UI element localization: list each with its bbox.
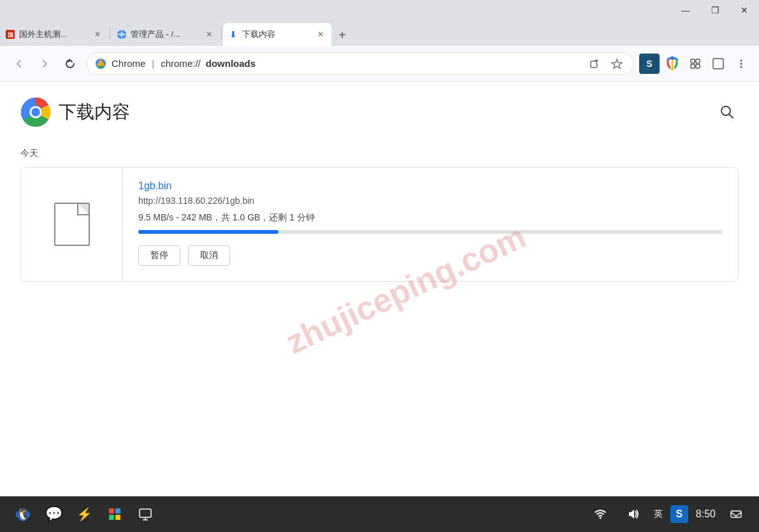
section-today-label: 今天: [20, 148, 739, 159]
search-button[interactable]: [716, 101, 739, 124]
wechat-icon: 💬: [45, 506, 62, 522]
screen-taskbar-icon[interactable]: [133, 501, 158, 527]
tab-divider: [110, 27, 110, 40]
close-button[interactable]: ✕: [730, 0, 759, 20]
svg-rect-28: [115, 508, 120, 514]
tab-bar: 国 国外主机测... ✕ 管理产品 - /... ✕ ⬇ 下载内容 ✕ +: [0, 20, 759, 46]
tab-guowai[interactable]: 国 国外主机测... ✕: [0, 23, 108, 46]
menu-icon: [735, 58, 747, 69]
svg-rect-30: [115, 515, 120, 520]
title-bar: — ❐ ✕: [0, 0, 759, 20]
wifi-icon: [593, 507, 607, 521]
share-icon: [589, 59, 599, 69]
notification-button[interactable]: [723, 501, 749, 527]
sougou-icon: S: [676, 508, 683, 520]
language-indicator[interactable]: 英: [654, 508, 663, 520]
menu-button[interactable]: [731, 54, 751, 74]
monitor-icon: [138, 507, 152, 521]
progress-bar-container: [138, 230, 723, 234]
svg-rect-8: [691, 59, 695, 63]
extensions-button[interactable]: [685, 54, 705, 74]
shield-button[interactable]: [662, 54, 683, 74]
tab-label-3: 下载内容: [242, 29, 311, 40]
maximize-button[interactable]: ❐: [700, 0, 730, 20]
address-favicon: [95, 58, 106, 69]
apps-icon: [108, 507, 122, 521]
tab-favicon-2: [117, 29, 127, 40]
star-icon: [611, 58, 623, 69]
new-tab-button[interactable]: +: [331, 24, 353, 46]
svg-point-20: [31, 108, 40, 116]
share-button[interactable]: [585, 55, 603, 73]
toolbar-icons: S: [639, 54, 751, 74]
svg-text:🐧: 🐧: [16, 507, 31, 521]
tab-favicon-3: ⬇: [228, 29, 238, 40]
taskbar: 🐧 💬 ⚡: [0, 496, 759, 532]
taskbar-time: 8:50: [696, 508, 716, 520]
title-bar-controls: — ❐ ✕: [671, 0, 759, 20]
refresh-icon: [65, 59, 75, 69]
qq-icon: 🐧: [14, 505, 32, 523]
bookmark-button[interactable]: [608, 55, 626, 73]
pause-button[interactable]: 暂停: [138, 245, 180, 266]
volume-taskbar-icon[interactable]: [621, 501, 646, 527]
back-button[interactable]: [8, 52, 31, 75]
svg-point-13: [741, 59, 742, 61]
page-header: 下载内容: [20, 97, 739, 127]
cancel-button[interactable]: 取消: [188, 245, 230, 266]
minimize-button[interactable]: —: [671, 0, 700, 20]
address-separator: |: [152, 58, 154, 69]
chrome-logo: [20, 97, 51, 127]
search-icon: [720, 105, 734, 119]
svg-text:国: 国: [8, 32, 13, 38]
wechat-taskbar-icon[interactable]: 💬: [41, 501, 66, 527]
taskbar-left: 🐧 💬 ⚡: [10, 501, 158, 527]
wifi-taskbar-icon[interactable]: [588, 501, 613, 527]
svg-rect-9: [696, 59, 700, 63]
svg-rect-10: [691, 64, 695, 68]
bluetooth-icon: ⚡: [76, 507, 92, 522]
download-actions: 暂停 取消: [138, 245, 723, 266]
download-filename[interactable]: 1gb.bin: [138, 180, 723, 192]
download-card-right: 1gb.bin http://193.118.60.226/1gb.bin 9.…: [123, 168, 738, 281]
svg-point-15: [741, 66, 742, 68]
svg-rect-29: [109, 515, 114, 520]
nav-bar: Chrome | chrome://downloads S: [0, 46, 759, 82]
shield-icon: [665, 56, 680, 71]
tab-label-2: 管理产品 - /...: [131, 29, 199, 40]
puzzle-icon: [690, 58, 701, 69]
tab-favicon-1: 国: [5, 29, 15, 40]
svg-rect-27: [109, 508, 114, 514]
address-url-bold: downloads: [206, 58, 256, 69]
tab-close-2[interactable]: ✕: [203, 29, 215, 40]
page-content: zhujiceping.com 下载内容 今天: [0, 82, 759, 496]
apps-taskbar-icon[interactable]: [102, 501, 127, 527]
page-title: 下载内容: [59, 100, 130, 124]
address-bar[interactable]: Chrome | chrome://downloads: [87, 52, 634, 75]
file-icon: [54, 203, 90, 246]
svg-rect-11: [696, 64, 700, 68]
bluetooth-taskbar-icon[interactable]: ⚡: [71, 501, 97, 527]
tab-manage[interactable]: 管理产品 - /... ✕: [112, 23, 220, 46]
download-status: 9.5 MB/s - 242 MB，共 1.0 GB，还剩 1 分钟: [138, 212, 723, 224]
speedial-button[interactable]: S: [639, 54, 660, 74]
svg-point-34: [599, 517, 601, 519]
forward-button[interactable]: [33, 52, 56, 75]
qq-taskbar-icon[interactable]: 🐧: [10, 501, 36, 527]
address-chrome-label: Chrome: [112, 58, 145, 69]
tab-divider-2: [221, 27, 222, 40]
svg-line-22: [730, 115, 734, 119]
notification-icon: [730, 508, 742, 521]
svg-rect-12: [713, 59, 723, 69]
tab-close-3[interactable]: ✕: [315, 29, 326, 40]
tab-close-1[interactable]: ✕: [92, 29, 103, 40]
tab-downloads[interactable]: ⬇ 下载内容 ✕: [223, 23, 331, 46]
svg-rect-31: [140, 509, 151, 517]
address-url-prefix: chrome://: [161, 58, 201, 69]
volume-icon: [626, 507, 640, 521]
refresh-button[interactable]: [59, 52, 82, 75]
profile-button[interactable]: [708, 54, 728, 74]
tab-label-1: 国外主机测...: [19, 29, 88, 40]
sougou-taskbar-icon[interactable]: S: [670, 505, 688, 523]
download-url: http://193.118.60.226/1gb.bin: [138, 196, 723, 206]
